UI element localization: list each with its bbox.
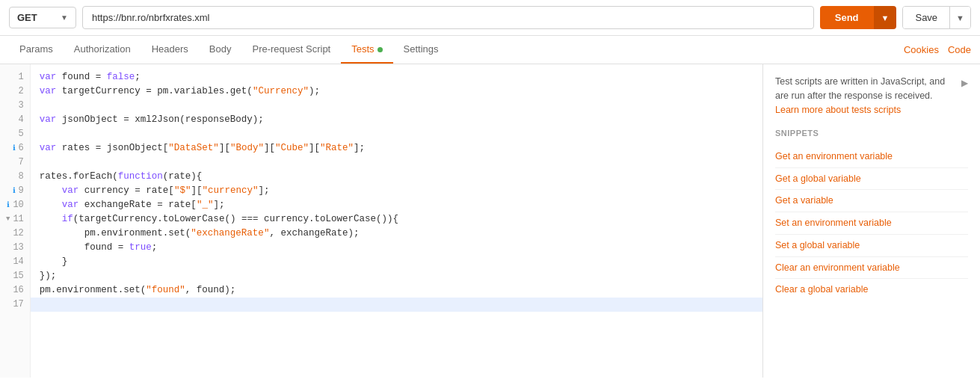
line-num-15: 15 <box>0 269 30 283</box>
code-line-2: var targetCurrency = pm.variables.get("C… <box>31 84 762 99</box>
info-icon-9: ℹ <box>13 184 16 198</box>
tab-body[interactable]: Body <box>199 36 242 64</box>
line-num-12: 12 <box>0 227 30 241</box>
tab-headers[interactable]: Headers <box>141 36 199 64</box>
send-button-group: Send ▼ <box>820 6 897 29</box>
tabs-right-links: Cookies Code <box>904 44 971 55</box>
line-num-1: 1 <box>0 70 30 84</box>
snippets-list: Get an environment variable Get a global… <box>775 146 968 301</box>
top-bar: GET ▼ Send ▼ Save ▼ <box>0 0 980 36</box>
snippet-clear-global-var[interactable]: Clear a global variable <box>775 279 968 301</box>
expand-panel-icon[interactable]: ▶ <box>961 76 968 90</box>
snippet-get-var[interactable]: Get a variable <box>775 190 968 212</box>
cookies-link[interactable]: Cookies <box>904 44 939 55</box>
line-num-7: 7 <box>0 155 30 170</box>
line-num-4: 4 <box>0 113 30 127</box>
line-numbers: 1 2 3 4 5 ℹ6 7 8 ℹ9 ℹ10 ▼11 12 13 14 15 … <box>0 64 31 378</box>
learn-more-link[interactable]: Learn more about tests scripts <box>775 105 901 115</box>
snippet-get-env-var[interactable]: Get an environment variable <box>775 146 968 168</box>
code-line-15: }); <box>31 269 762 283</box>
line-num-10: ℹ10 <box>0 198 30 212</box>
line-num-16: 16 <box>0 283 30 298</box>
line-num-13: 13 <box>0 241 30 255</box>
panel-description: Test scripts are written in JavaScript, … <box>775 75 955 117</box>
line-num-2: 2 <box>0 84 30 99</box>
tab-settings[interactable]: Settings <box>393 36 449 64</box>
save-dropdown-button[interactable]: ▼ <box>949 7 970 28</box>
snippet-get-global-var[interactable]: Get a global variable <box>775 168 968 191</box>
line-num-3: 3 <box>0 99 30 113</box>
snippet-set-global-var[interactable]: Set a global variable <box>775 235 968 257</box>
code-line-9: var currency = rate["$"]["currency"]; <box>31 184 762 198</box>
save-button-group: Save ▼ <box>902 6 971 29</box>
code-line-11: if(targetCurrency.toLowerCase() === curr… <box>31 212 762 227</box>
tab-prerequest[interactable]: Pre-request Script <box>241 36 341 64</box>
code-line-3 <box>31 99 762 113</box>
code-line-1: var found = false; <box>31 70 762 84</box>
code-content[interactable]: var found = false; var targetCurrency = … <box>31 64 762 378</box>
line-num-14: 14 <box>0 255 30 269</box>
tab-authorization[interactable]: Authorization <box>64 36 141 64</box>
code-line-4: var jsonObject = xml2Json(responseBody); <box>31 113 762 127</box>
tabs-bar: Params Authorization Headers Body Pre-re… <box>0 36 980 64</box>
method-chevron-icon: ▼ <box>61 13 68 22</box>
code-line-14: } <box>31 255 762 269</box>
info-icon-6: ℹ <box>13 141 16 155</box>
send-dropdown-button[interactable]: ▼ <box>874 6 897 29</box>
method-label: GET <box>17 12 37 23</box>
method-select[interactable]: GET ▼ <box>9 7 76 28</box>
code-line-6: var rates = jsonObject["DataSet"]["Body"… <box>31 141 762 155</box>
code-line-12: pm.environment.set("exchangeRate", excha… <box>31 227 762 241</box>
code-line-5 <box>31 127 762 141</box>
code-link[interactable]: Code <box>948 44 971 55</box>
main-content: 1 2 3 4 5 ℹ6 7 8 ℹ9 ℹ10 ▼11 12 13 14 15 … <box>0 64 980 378</box>
snippet-clear-env-var[interactable]: Clear an environment variable <box>775 257 968 280</box>
url-input[interactable] <box>82 6 814 29</box>
save-button[interactable]: Save <box>903 7 949 28</box>
line-num-8: 8 <box>0 170 30 184</box>
line-num-17: 17 <box>0 298 30 312</box>
description-text: Test scripts are written in JavaScript, … <box>775 76 945 101</box>
code-line-7 <box>31 155 762 170</box>
send-button[interactable]: Send <box>820 6 874 29</box>
tab-params[interactable]: Params <box>9 36 64 64</box>
code-line-8: rates.forEach(function(rate){ <box>31 170 762 184</box>
code-line-10: var exchangeRate = rate["_"]; <box>31 198 762 212</box>
fold-icon-11: ▼ <box>6 212 10 227</box>
right-panel: Test scripts are written in JavaScript, … <box>763 64 980 378</box>
info-icon-10: ℹ <box>7 198 10 212</box>
snippets-title: SNIPPETS <box>775 127 968 140</box>
line-num-6: ℹ6 <box>0 141 30 155</box>
tab-tests[interactable]: Tests <box>341 36 392 64</box>
snippet-set-env-var[interactable]: Set an environment variable <box>775 212 968 235</box>
code-line-17 <box>31 298 762 312</box>
code-line-16: pm.environment.set("found", found); <box>31 283 762 298</box>
line-num-11: ▼11 <box>0 212 30 227</box>
tests-active-dot <box>377 47 383 52</box>
line-num-9: ℹ9 <box>0 184 30 198</box>
right-panel-header: Test scripts are written in JavaScript, … <box>775 75 968 117</box>
line-num-5: 5 <box>0 127 30 141</box>
code-line-13: found = true; <box>31 241 762 255</box>
code-editor[interactable]: 1 2 3 4 5 ℹ6 7 8 ℹ9 ℹ10 ▼11 12 13 14 15 … <box>0 64 763 378</box>
